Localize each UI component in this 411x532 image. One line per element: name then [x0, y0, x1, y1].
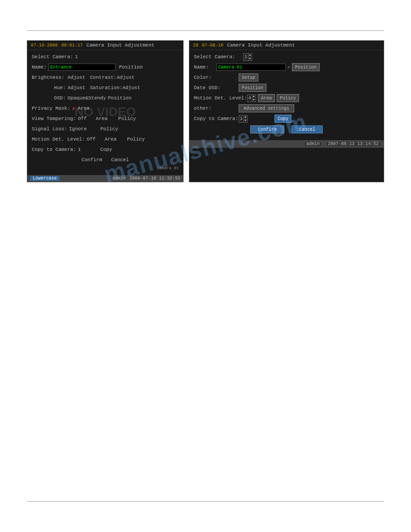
footer-time-right: 2007-08-13 13:14:52	[325, 141, 381, 147]
view-tampering-label: View Tampering:	[32, 116, 78, 121]
select-camera-value: 1	[75, 54, 78, 60]
privacy-area[interactable]: Area	[77, 106, 89, 111]
motion-det-label-right: Motion Det. Level:	[194, 95, 247, 101]
copy-spinner-up[interactable]: ▲	[244, 115, 246, 119]
copy-btn-right[interactable]: Copy	[274, 115, 291, 123]
osd-row: OSD: Opaque&Stendy Position	[32, 94, 179, 102]
motion-det-spinner[interactable]: 4 ▲ ▼	[247, 94, 256, 102]
hue-value[interactable]: Adjust	[68, 85, 90, 90]
signal-loss-label: Signal Loss:	[32, 126, 69, 132]
left-footer: Lowercase admin 2008-07-16 11:32:52	[27, 175, 183, 182]
name-label-right: Name:	[194, 64, 216, 70]
brightness-label: Brightness:	[32, 75, 68, 80]
view-tampering-policy[interactable]: Policy	[118, 116, 136, 121]
footer-user-left: admin	[112, 176, 126, 181]
motion-det-row-right: Motion Det. Level: 4 ▲ ▼ Area Policy	[194, 94, 379, 102]
copy-spinner-arrows[interactable]: ▲ ▼	[244, 115, 246, 122]
cancel-btn-left[interactable]: Cancel	[111, 157, 129, 163]
left-date-time: 07-16-2008	[31, 43, 58, 48]
contrast-label: Contrast:	[90, 75, 117, 80]
motion-det-area-left[interactable]: Area	[105, 137, 123, 142]
other-label: other:	[194, 106, 239, 111]
privacy-label: Privacy Mask:	[32, 106, 72, 111]
page: 07-16-2008 00:01:17 Camera Input Adjustm…	[0, 0, 411, 532]
confirm-cancel-row-right: Confirm Cancel	[194, 125, 379, 133]
privacy-icon: ✗	[72, 106, 75, 112]
spinner-down-right[interactable]: ▼	[249, 57, 251, 60]
right-footer: admin 2007-08-13 13:14:52	[189, 140, 384, 148]
footer-user-right: admin	[304, 141, 322, 147]
copy-camera-spinner[interactable]: 1 ▲ ▼	[239, 115, 248, 123]
signal-loss-value[interactable]: Ignore	[69, 126, 91, 132]
screenshots-row: 07-16-2008 00:01:17 Camera Input Adjustm…	[27, 40, 384, 182]
osd-position[interactable]: Position	[108, 95, 132, 101]
spinner-up-right[interactable]: ▲	[249, 53, 251, 57]
motion-det-value-left[interactable]: Off	[87, 137, 100, 142]
view-tampering-area[interactable]: Area	[96, 116, 114, 121]
left-header: 07-16-2008 00:01:17 Camera Input Adjustm…	[27, 41, 183, 50]
position-btn-right[interactable]: Position	[292, 63, 320, 71]
saturation-label: Saturation:	[90, 85, 123, 90]
motion-spinner-down[interactable]: ▼	[253, 98, 255, 102]
motion-area-btn[interactable]: Area	[258, 94, 275, 102]
right-date: 20	[193, 43, 198, 48]
copy-camera-label-right: Copy to Camera:	[194, 116, 239, 121]
right-time: 07-08-10	[202, 43, 223, 48]
right-title: Camera Input Adjustment	[227, 43, 295, 48]
motion-spinner-up[interactable]: ▲	[253, 94, 255, 98]
other-row: other: Advanced settings	[194, 104, 379, 112]
copy-camera-row-left: Copy to Camera: 1 Copy	[32, 146, 179, 154]
color-setup-btn[interactable]: Setup	[239, 73, 258, 82]
confirm-btn-left[interactable]: Confirm	[81, 157, 102, 163]
select-camera-row: Select Camera: 1	[32, 53, 179, 61]
select-camera-row-right: Select Camera: 1 ▲ ▼	[194, 53, 379, 61]
color-row: Color: Setup	[194, 73, 379, 82]
left-title: Camera Input Adjustment	[86, 43, 154, 48]
motion-det-label-left: Motion Det. Level:	[32, 137, 87, 142]
hue-label: Hue:	[32, 85, 68, 90]
footer-mode-left: Lowercase	[30, 176, 60, 181]
hue-row: Hue: Adjust Saturation: Adjust	[32, 84, 179, 92]
motion-det-arrows[interactable]: ▲ ▼	[252, 94, 255, 102]
name-input-right[interactable]	[216, 64, 286, 71]
motion-det-value-right: 4	[248, 96, 252, 101]
motion-policy-btn[interactable]: Policy	[277, 94, 299, 102]
privacy-row: Privacy Mask: ✗ Area	[32, 104, 179, 112]
select-camera-spinner[interactable]: 1 ▲ ▼	[243, 53, 252, 61]
bottom-divider	[27, 501, 384, 502]
signal-loss-row: Signal Loss: Ignore Policy	[32, 125, 179, 133]
left-time: 00:01:17	[61, 43, 83, 48]
camera-overlay-left: Camera 01	[32, 166, 179, 171]
date-osd-row: Date OSD: Position	[194, 84, 379, 92]
name-input-left[interactable]	[48, 64, 116, 71]
checkbox-right[interactable]: ✓	[287, 64, 290, 70]
copy-spinner-down[interactable]: ▼	[244, 119, 246, 122]
motion-det-policy-left[interactable]: Policy	[127, 137, 145, 142]
left-screenshot: 07-16-2008 00:01:17 Camera Input Adjustm…	[27, 40, 184, 182]
select-camera-label: Select Camera:	[32, 54, 73, 60]
confirm-btn-right[interactable]: Confirm	[250, 125, 284, 133]
motion-det-row-left: Motion Det. Level: Off Area Policy	[32, 135, 179, 143]
cancel-btn-right[interactable]: Cancel	[291, 125, 323, 133]
saturation-value[interactable]: Adjust	[123, 85, 141, 90]
name-label-left: Name:	[32, 64, 47, 70]
position-label-left: Position	[119, 64, 143, 70]
copy-camera-row-right: Copy to Camera: 1 ▲ ▼ Copy	[194, 115, 379, 123]
date-osd-btn[interactable]: Position	[239, 84, 266, 92]
signal-loss-policy[interactable]: Policy	[100, 126, 118, 132]
view-tampering-value[interactable]: Off	[78, 116, 91, 121]
advanced-settings-btn[interactable]: Advanced settings	[239, 104, 294, 112]
color-label: Color:	[194, 75, 239, 80]
right-screenshot: 20 07-08-10 Camera Input Adjustment Sele…	[189, 40, 384, 182]
osd-label: OSD:	[32, 95, 68, 101]
brightness-row: Brightness: Adjust Contrast: Adjust	[32, 73, 179, 82]
name-row-right: Name: ✓ Position	[194, 63, 379, 71]
copy-camera-val-right: 1	[240, 116, 244, 121]
brightness-value[interactable]: Adjust	[68, 75, 90, 80]
copy-btn-left[interactable]: Copy	[100, 147, 112, 152]
copy-camera-value-left[interactable]: 1	[78, 147, 87, 152]
contrast-value[interactable]: Adjust	[117, 75, 135, 80]
osd-value[interactable]: Opaque&Stendy	[68, 95, 108, 101]
camera-spinner-arrows[interactable]: ▲ ▼	[248, 53, 251, 60]
select-camera-label-right: Select Camera:	[194, 54, 243, 60]
